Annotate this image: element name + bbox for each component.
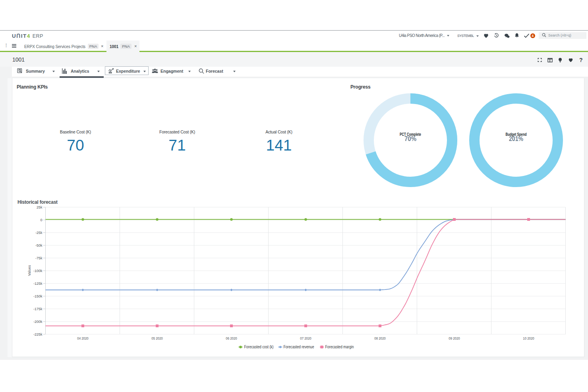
- svg-text:04 2020: 04 2020: [77, 336, 89, 340]
- svg-text:Forecasted revenue: Forecasted revenue: [284, 345, 314, 349]
- svg-text:08 2020: 08 2020: [374, 336, 386, 340]
- svg-text:-175k: -175k: [33, 307, 43, 311]
- svg-text:-50k: -50k: [35, 243, 43, 247]
- svg-text:-200k: -200k: [33, 320, 43, 324]
- svg-text:-100k: -100k: [33, 269, 43, 273]
- svg-text:06 2020: 06 2020: [226, 336, 237, 340]
- svg-text:Forecasted cost (k): Forecasted cost (k): [244, 345, 274, 349]
- svg-text:10 2020: 10 2020: [523, 336, 534, 340]
- svg-text:-150k: -150k: [33, 294, 43, 298]
- svg-text:05 2020: 05 2020: [151, 336, 163, 340]
- svg-text:-225k: -225k: [33, 332, 43, 336]
- svg-text:-75k: -75k: [35, 256, 43, 260]
- svg-text:25k: 25k: [37, 205, 43, 209]
- svg-text:-25k: -25k: [35, 231, 43, 235]
- svg-text:09 2020: 09 2020: [449, 336, 460, 340]
- svg-text:Values: Values: [27, 265, 31, 276]
- svg-text:-125k: -125k: [33, 282, 43, 286]
- svg-text:0: 0: [40, 218, 42, 222]
- svg-text:07 2020: 07 2020: [300, 336, 311, 340]
- svg-text:Forecasted margin: Forecasted margin: [325, 345, 354, 349]
